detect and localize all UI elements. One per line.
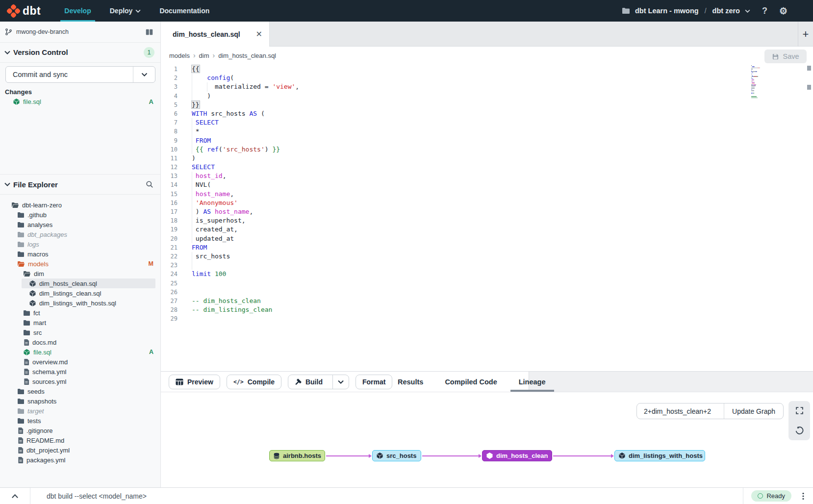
update-graph-button[interactable]: Update Graph [724, 403, 783, 419]
scrollbar-mark[interactable] [807, 66, 811, 71]
tree-item[interactable]: schema.yml [0, 367, 160, 377]
code-line[interactable]: 6WITH src_hosts AS ( [161, 109, 813, 118]
code-line[interactable]: 11) [161, 154, 813, 163]
tree-item[interactable]: packages.yml [0, 455, 160, 465]
gear-icon[interactable]: ⚙ [779, 5, 788, 17]
tree-item[interactable]: target [0, 406, 160, 416]
code-line[interactable]: 10 {{ ref('src_hosts') }} [161, 145, 813, 154]
tree-item[interactable]: mart [0, 318, 160, 328]
tree-item[interactable]: tests [0, 416, 160, 426]
tree-item[interactable]: file.sqlA [0, 347, 160, 357]
code-line[interactable]: 25 [161, 279, 813, 288]
code-line[interactable]: 5}} [161, 101, 813, 109]
kebab-menu-icon[interactable] [802, 492, 804, 500]
tree-item[interactable]: dim_listings_with_hosts.sql [0, 298, 160, 308]
chevron-up-icon[interactable] [0, 488, 30, 504]
build-options-chevron[interactable] [332, 375, 349, 389]
editor-tab[interactable]: dim_hosts_clean.sql ✕ [161, 22, 270, 47]
question-icon[interactable]: ? [762, 6, 767, 16]
breadcrumb-models[interactable]: models [169, 52, 190, 59]
breadcrumb-dim[interactable]: dim [199, 52, 209, 59]
tree-item[interactable]: seeds [0, 386, 160, 396]
tree-item[interactable]: .github [0, 210, 160, 220]
nav-documentation[interactable]: Documentation [159, 0, 209, 22]
search-icon[interactable] [146, 180, 153, 188]
commit-and-sync-button[interactable]: Commit and sync [5, 66, 155, 83]
tree-item[interactable]: snapshots [0, 396, 160, 406]
tab-lineage[interactable]: Lineage [516, 372, 548, 392]
tree-item[interactable]: modelsM [0, 259, 160, 269]
tab-results[interactable]: Results [395, 372, 426, 392]
reset-icon[interactable] [795, 426, 804, 435]
code-line[interactable]: 7 SELECT [161, 118, 813, 127]
close-icon[interactable]: ✕ [256, 30, 262, 38]
code-line[interactable]: 14 NVL( [161, 180, 813, 189]
nav-deploy[interactable]: Deploy [110, 0, 141, 22]
command-input[interactable]: dbt build --select <model_name> [47, 492, 743, 500]
lineage-canvas[interactable]: 2+dim_hosts_clean+2 Update Graph airbnb.… [161, 392, 813, 487]
code-line[interactable]: 26 [161, 288, 813, 297]
tree-item[interactable]: fct [0, 308, 160, 318]
project-selector[interactable]: dbt zero [712, 7, 740, 15]
version-control-header[interactable]: Version Control 1 [0, 42, 160, 63]
tree-item[interactable]: dim_hosts_clean.sql [0, 278, 160, 288]
tree-item[interactable]: dbt-learn-zero [0, 200, 160, 210]
dbt-logo[interactable]: dbt [7, 4, 41, 18]
code-line[interactable]: 4 ) [161, 92, 813, 101]
lineage-node[interactable]: src_hosts [372, 450, 421, 461]
lineage-node[interactable]: dim_listings_with_hosts [614, 450, 705, 461]
code-line[interactable]: 3 materialized = 'view', [161, 82, 813, 91]
changed-file-row[interactable]: file.sql A [0, 96, 160, 107]
code-line[interactable]: 28-- dim_listings_clean [161, 305, 813, 314]
tree-item[interactable]: docs.md [0, 337, 160, 347]
commit-options-chevron[interactable] [133, 67, 155, 82]
code-line[interactable]: 16 'Anonymous' [161, 199, 813, 207]
fullscreen-icon[interactable] [795, 406, 804, 415]
minimap[interactable] [751, 65, 768, 102]
code-line[interactable]: 15 host_name, [161, 190, 813, 199]
code-line[interactable]: 1{{ [161, 65, 813, 74]
code-line[interactable]: 23 [161, 261, 813, 270]
tree-item[interactable]: README.md [0, 435, 160, 445]
code-line[interactable]: 29 [161, 314, 813, 323]
tree-item[interactable]: analyses [0, 220, 160, 229]
compile-button[interactable]: </> Compile [227, 375, 281, 389]
code-line[interactable]: 22 src_hosts [161, 252, 813, 261]
chevron-down-icon[interactable] [745, 9, 750, 13]
build-button[interactable]: Build [288, 375, 349, 389]
nav-develop[interactable]: Develop [64, 0, 91, 22]
lineage-node[interactable]: dim_hosts_clean [482, 450, 552, 461]
tree-item[interactable]: dim_listings_clean.sql [0, 288, 160, 298]
code-line[interactable]: 24limit 100 [161, 270, 813, 278]
tree-item[interactable]: .gitignore [0, 426, 160, 435]
tree-item[interactable]: dbt_project.yml [0, 445, 160, 455]
account-name[interactable]: dbt Learn - mwong [635, 7, 699, 15]
lineage-selector-input[interactable]: 2+dim_hosts_clean+2 [644, 407, 724, 415]
code-line[interactable]: 27-- dim_hosts_clean [161, 297, 813, 305]
tree-item[interactable]: macros [0, 249, 160, 259]
file-explorer-header[interactable]: File Explorer [0, 174, 160, 195]
breadcrumb-file[interactable]: dim_hosts_clean.sql [218, 52, 276, 59]
format-button[interactable]: Format [356, 375, 392, 389]
new-tab-button[interactable]: + [798, 22, 813, 47]
tree-item[interactable]: sources.yml [0, 377, 160, 386]
tree-item[interactable]: src [0, 328, 160, 337]
split-view-icon[interactable] [145, 28, 153, 36]
code-line[interactable]: 8 * [161, 127, 813, 136]
code-line[interactable]: 2 config( [161, 74, 813, 82]
code-line[interactable]: 20 updated_at [161, 234, 813, 243]
scrollbar-mark[interactable] [807, 85, 811, 90]
tab-compiled-code[interactable]: Compiled Code [442, 372, 499, 392]
branch-row[interactable]: mwong-dev-branch [0, 22, 160, 43]
code-line[interactable]: 21FROM [161, 243, 813, 252]
code-line[interactable]: 17 ) AS host_name, [161, 207, 813, 216]
tree-item[interactable]: logs [0, 239, 160, 249]
code-line[interactable]: 12SELECT [161, 163, 813, 172]
tree-item[interactable]: dim [0, 269, 160, 278]
code-line[interactable]: 18 is_superhost, [161, 216, 813, 225]
lineage-node[interactable]: airbnb.hosts [269, 450, 325, 461]
preview-button[interactable]: Preview [169, 375, 220, 389]
tree-item[interactable]: overview.md [0, 357, 160, 367]
save-button[interactable]: Save [764, 50, 807, 63]
code-line[interactable]: 19 created_at, [161, 225, 813, 234]
